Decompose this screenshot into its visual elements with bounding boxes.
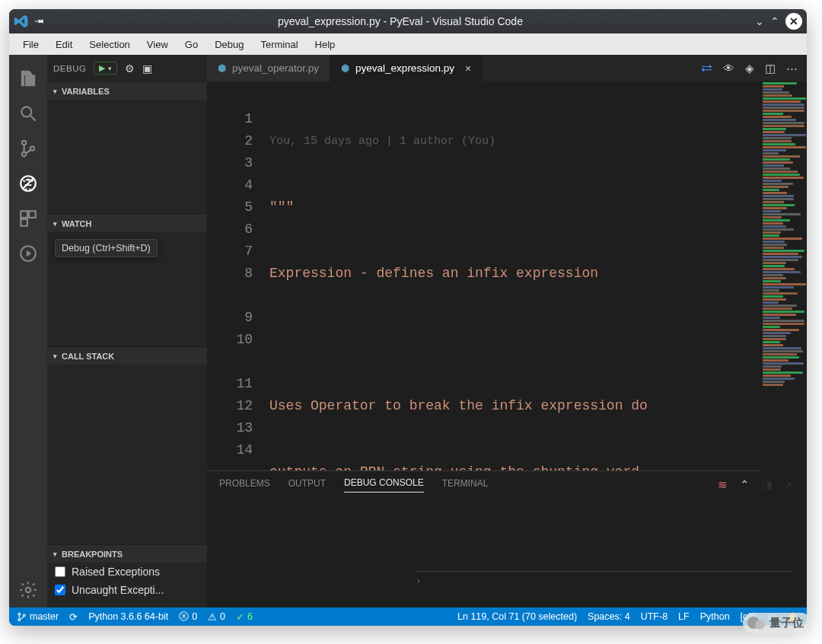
status-tests[interactable]: ✓ 6 bbox=[236, 611, 253, 623]
menu-terminal[interactable]: Terminal bbox=[253, 37, 305, 53]
debug-console-toggle-icon[interactable]: ▣ bbox=[142, 62, 152, 75]
svg-point-14 bbox=[23, 614, 25, 616]
debug-console-body[interactable]: › bbox=[207, 499, 807, 607]
svg-point-13 bbox=[18, 618, 21, 620]
start-debug-button[interactable]: ▶▾ bbox=[94, 62, 117, 75]
window-title: pyeval_expression.py - PyEval - Visual S… bbox=[278, 15, 523, 27]
collapse-panel-icon[interactable]: ⌃ bbox=[740, 478, 750, 492]
liveshare-icon[interactable] bbox=[10, 236, 46, 271]
menu-help[interactable]: Help bbox=[307, 37, 343, 53]
panel-tab-terminal[interactable]: TERMINAL bbox=[442, 478, 489, 493]
status-warnings[interactable]: ⚠ 0 bbox=[208, 611, 225, 623]
status-encoding[interactable]: UTF-8 bbox=[641, 611, 667, 622]
status-sync-icon[interactable]: ⟳ bbox=[69, 611, 78, 623]
panel-tab-output[interactable]: OUTPUT bbox=[288, 478, 326, 493]
svg-point-11 bbox=[26, 588, 31, 593]
svg-line-1 bbox=[30, 116, 36, 121]
pin-icon[interactable] bbox=[31, 13, 49, 30]
panel-tab-debug-console[interactable]: DEBUG CONSOLE bbox=[344, 477, 424, 493]
more-actions-icon[interactable]: ⋯ bbox=[786, 62, 798, 75]
minimize-icon[interactable]: ⌄ bbox=[755, 15, 764, 27]
svg-rect-8 bbox=[29, 211, 36, 218]
status-bar: master ⟳ Python 3.6.6 64-bit ⓧ 0 ⚠ 0 ✓ 6… bbox=[9, 607, 807, 626]
extensions-icon[interactable] bbox=[10, 201, 46, 236]
diff-icon[interactable]: ◈ bbox=[745, 62, 754, 75]
status-python[interactable]: Python 3.6.6 64-bit bbox=[88, 611, 168, 622]
menu-selection[interactable]: Selection bbox=[81, 37, 137, 53]
svg-rect-7 bbox=[21, 211, 27, 218]
line-gutter: 12345678 910 11121314 bbox=[207, 81, 269, 470]
menu-go[interactable]: Go bbox=[177, 37, 206, 53]
status-indent[interactable]: Spaces: 4 bbox=[588, 611, 630, 622]
sidebar-title: DEBUG bbox=[53, 64, 86, 73]
panel-tab-problems[interactable]: PROBLEMS bbox=[219, 478, 270, 493]
status-errors[interactable]: ⓧ 0 bbox=[179, 611, 197, 623]
breakpoint-row[interactable]: Uncaught Excepti... bbox=[47, 581, 207, 599]
close-tab-icon[interactable]: × bbox=[465, 62, 471, 75]
status-eol[interactable]: LF bbox=[678, 611, 690, 622]
python-file-icon: ⬢ bbox=[341, 62, 349, 74]
wechat-watermark: 量子位 bbox=[743, 613, 811, 633]
code-editor[interactable]: 12345678 910 11121314 You, 15 days ago |… bbox=[207, 81, 807, 470]
preview-icon[interactable]: 👁 bbox=[723, 62, 734, 75]
status-cursor-pos[interactable]: Ln 119, Col 71 (70 selected) bbox=[457, 611, 577, 622]
tab-pyeval-expression[interactable]: ⬢ pyeval_expression.py × bbox=[330, 55, 483, 81]
menu-edit[interactable]: Edit bbox=[48, 37, 80, 53]
menu-bar: File Edit Selection View Go Debug Termin… bbox=[9, 33, 807, 55]
debug-icon[interactable] bbox=[10, 166, 46, 201]
svg-rect-9 bbox=[21, 219, 27, 226]
breakpoint-checkbox[interactable] bbox=[55, 585, 65, 595]
svg-point-12 bbox=[18, 613, 21, 615]
source-control-icon[interactable] bbox=[10, 131, 46, 166]
section-watch[interactable]: ▾WATCH bbox=[47, 214, 207, 232]
svg-point-3 bbox=[22, 152, 26, 156]
activity-bar bbox=[9, 55, 47, 607]
vscode-logo-icon bbox=[14, 14, 29, 29]
tooltip-debug: Debug (Ctrl+Shift+D) bbox=[55, 239, 158, 257]
tab-pyeval-operator[interactable]: ⬢ pyeval_operator.py bbox=[207, 55, 330, 81]
editor-tabs: ⬢ pyeval_operator.py ⬢ pyeval_expression… bbox=[207, 55, 807, 81]
bottom-panel: PROBLEMS OUTPUT DEBUG CONSOLE TERMINAL ≋… bbox=[207, 470, 807, 607]
menu-file[interactable]: File bbox=[15, 37, 46, 53]
section-breakpoints[interactable]: ▾BREAKPOINTS bbox=[47, 544, 207, 563]
section-variables[interactable]: ▾VARIABLES bbox=[47, 81, 207, 100]
debug-sidebar: DEBUG ▶▾ ⚙ ▣ ▾VARIABLES ▾WATCH ▾CALL STA… bbox=[47, 55, 207, 607]
status-git-branch[interactable]: master bbox=[17, 611, 59, 622]
code-lens[interactable]: You, 15 days ago | 1 author (You) bbox=[269, 130, 807, 152]
maximize-icon[interactable]: ⌃ bbox=[770, 15, 779, 27]
search-icon[interactable] bbox=[10, 96, 46, 131]
menu-view[interactable]: View bbox=[139, 37, 176, 53]
settings-gear-icon[interactable] bbox=[10, 572, 46, 607]
explorer-icon[interactable] bbox=[10, 61, 46, 96]
minimap[interactable]: document.write(Array.from({length:100},(… bbox=[760, 81, 807, 607]
breakpoint-checkbox[interactable] bbox=[55, 566, 65, 577]
menu-debug[interactable]: Debug bbox=[207, 37, 251, 53]
window-titlebar: pyeval_expression.py - PyEval - Visual S… bbox=[9, 9, 807, 33]
svg-point-2 bbox=[22, 141, 26, 145]
svg-point-0 bbox=[21, 107, 31, 116]
python-file-icon: ⬢ bbox=[218, 62, 226, 74]
compare-changes-icon[interactable]: ⮂ bbox=[701, 62, 712, 75]
breakpoint-row[interactable]: Raised Exceptions bbox=[47, 563, 207, 581]
status-language[interactable]: Python bbox=[700, 611, 730, 622]
console-prompt: › bbox=[416, 575, 422, 586]
clear-console-icon[interactable]: ≋ bbox=[718, 478, 728, 492]
split-editor-icon[interactable]: ◫ bbox=[765, 62, 776, 75]
section-callstack[interactable]: ▾CALL STACK bbox=[47, 346, 207, 365]
debug-config-gear-icon[interactable]: ⚙ bbox=[125, 62, 135, 75]
close-window-button[interactable]: ✕ bbox=[785, 13, 802, 30]
